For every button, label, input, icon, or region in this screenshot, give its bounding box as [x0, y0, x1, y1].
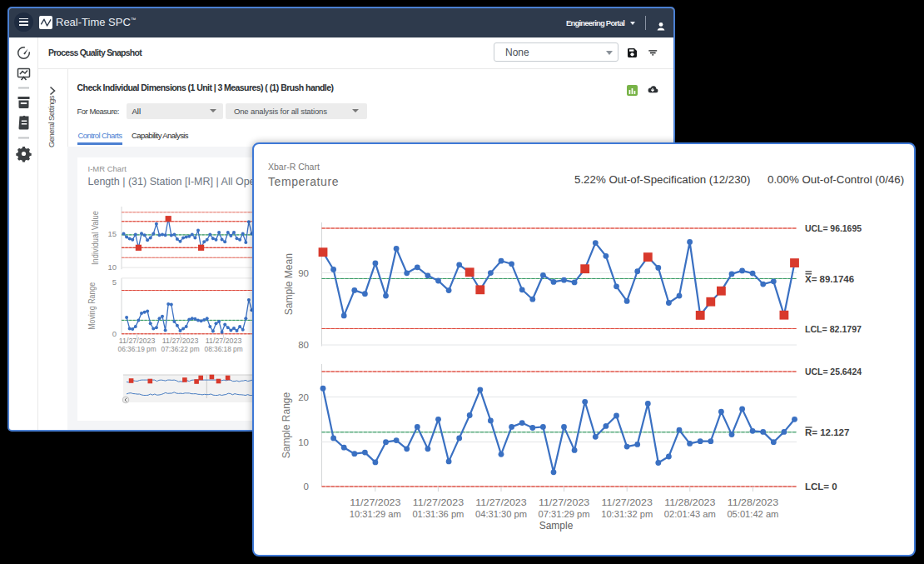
svg-text:LCL= 82.1797: LCL= 82.1797 [805, 324, 862, 334]
svg-text:11/27/2023: 11/27/2023 [162, 337, 199, 345]
svg-text:UCL= 96.1695: UCL= 96.1695 [805, 223, 862, 233]
svg-text:Sample: Sample [539, 520, 574, 532]
svg-text:R= 12.127: R= 12.127 [805, 427, 849, 437]
svg-text:05:01:42 am: 05:01:42 am [727, 509, 778, 519]
svg-text:11/27/2023: 11/27/2023 [350, 497, 400, 507]
svg-text:11/28/2023: 11/28/2023 [664, 497, 715, 507]
svg-text:11/28/2023: 11/28/2023 [728, 497, 778, 507]
svg-text:04:31:30 pm: 04:31:30 pm [475, 509, 527, 519]
svg-text:01:31:36 pm: 01:31:36 pm [412, 509, 464, 519]
svg-text:Individual Value: Individual Value [91, 211, 100, 265]
svg-text:11/27/2023: 11/27/2023 [413, 497, 464, 507]
svg-text:UCL= 25.6424: UCL= 25.6424 [805, 367, 862, 377]
svg-text:10:31:29 am: 10:31:29 am [350, 509, 401, 519]
svg-text:10: 10 [107, 262, 117, 272]
svg-text:02:01:43 am: 02:01:43 am [664, 509, 716, 519]
svg-text:LCL= 0: LCL= 0 [805, 482, 837, 492]
svg-text:80: 80 [298, 340, 309, 350]
svg-text:Sample Range: Sample Range [281, 392, 292, 458]
svg-text:0: 0 [304, 482, 309, 492]
svg-text:10:31:32 pm: 10:31:32 pm [601, 509, 653, 519]
svg-text:07:36:22 pm: 07:36:22 pm [161, 345, 200, 353]
svg-text:11/27/2023: 11/27/2023 [602, 497, 653, 507]
svg-text:11/27/2023: 11/27/2023 [475, 497, 526, 507]
svg-text:0: 0 [112, 329, 117, 338]
svg-text:Moving Range: Moving Range [87, 282, 97, 329]
svg-text:06:36:19 pm: 06:36:19 pm [118, 345, 156, 353]
svg-text:11/27/2023: 11/27/2023 [539, 497, 589, 507]
svg-text:11/27/2023: 11/27/2023 [206, 337, 242, 345]
svg-text:11/27/2023: 11/27/2023 [119, 337, 156, 345]
svg-text:5: 5 [112, 277, 117, 287]
svg-text:Sample Mean: Sample Mean [283, 253, 295, 315]
svg-text:07:31:29 pm: 07:31:29 pm [539, 509, 590, 519]
svg-text:90: 90 [298, 268, 309, 278]
svg-text:X= 89.1746: X= 89.1746 [805, 274, 854, 284]
svg-text:15: 15 [107, 229, 117, 238]
svg-text:20: 20 [298, 392, 309, 402]
svg-text:08:36:18 pm: 08:36:18 pm [205, 345, 243, 353]
svg-text:10: 10 [298, 437, 309, 447]
